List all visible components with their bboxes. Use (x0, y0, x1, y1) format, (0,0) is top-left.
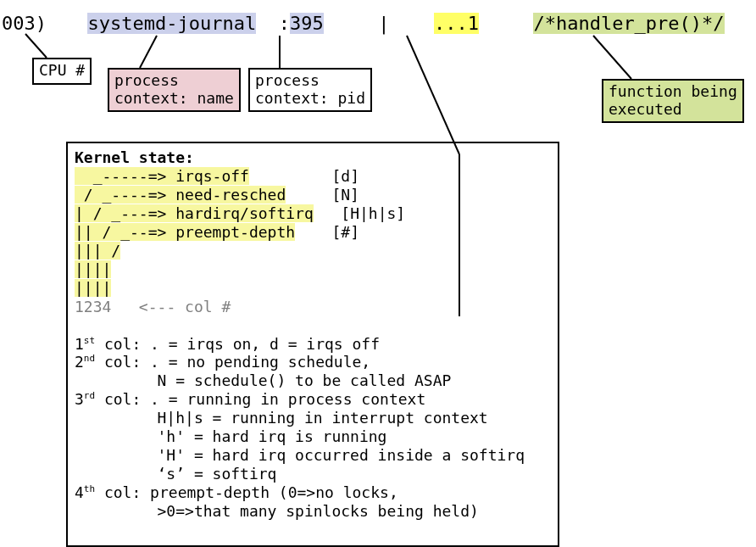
function-comment: /* handler_pre() */ (533, 13, 724, 34)
desc-col4b: >0=>that many spinlocks being held) (75, 502, 479, 520)
desc-col2: 2nd col: . = no pending schedule, (75, 353, 370, 371)
ks-line2: / _----=> need-resched (75, 186, 286, 204)
desc-col3c: 'h' = hard irq is running (75, 427, 386, 445)
ks-line6: |||| (75, 260, 111, 278)
svg-line-5 (593, 36, 631, 79)
desc-col3b: H|h|s = running in interrupt context (75, 409, 488, 427)
ks-line5: ||| / (75, 242, 120, 260)
ks-line7: |||| (75, 279, 111, 297)
desc-col1: 1st col: . = irqs on, d = irqs off (75, 335, 380, 353)
desc-col3d: 'H' = hard irq occurred inside a softirq (75, 446, 525, 464)
callout-process-pid: process context: pid (248, 68, 372, 112)
callout-function: function being executed (602, 79, 744, 123)
trace-line: 003) systemd-journal :395 | ...1 /* hand… (0, 13, 725, 34)
ks-line8: 1234 <--- col # (75, 298, 231, 315)
desc-col4: 4th col: preempt-depth (0=>no locks, (75, 483, 398, 501)
kernel-flags: ...1 (434, 13, 479, 34)
kernel-state-box: Kernel state: _-----=> irqs-off [d] / _-… (66, 142, 559, 547)
kernel-state-title: Kernel state: (75, 148, 194, 166)
svg-line-1 (140, 36, 157, 68)
callout-cpu: CPU # (32, 58, 92, 85)
cpu-id: 003) (2, 13, 47, 34)
desc-col3: 3rd col: . = running in process context (75, 390, 425, 408)
process-name: systemd-journal (87, 13, 256, 34)
ks-line3: | / _---=> hardirq/softirq (75, 204, 314, 222)
desc-col3e: ‘s’ = softirq (75, 465, 276, 483)
callout-process-name: process context: name (108, 68, 241, 112)
svg-line-3 (407, 36, 459, 154)
separator-bar: | (378, 13, 389, 34)
process-pid: 395 (290, 13, 324, 34)
ks-line1: _-----=> irqs-off (75, 167, 249, 185)
pid-colon: : (279, 13, 290, 34)
desc-col2b: N = schedule() to be called ASAP (75, 371, 451, 389)
svg-line-0 (25, 34, 47, 58)
ks-line4: || / _--=> preempt-depth (75, 223, 295, 241)
